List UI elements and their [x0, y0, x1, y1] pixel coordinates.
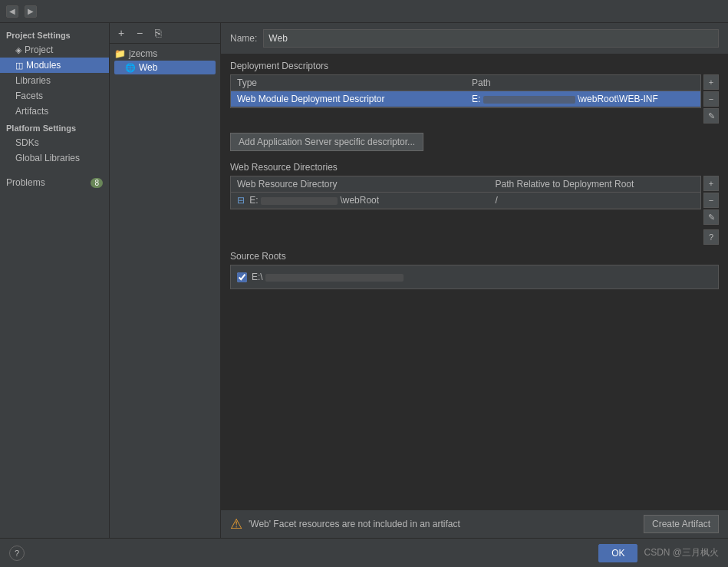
sidebar-item-facets[interactable]: Facets: [0, 88, 109, 104]
web-dir-icon: ⊟: [237, 195, 245, 206]
add-descriptor-wrapper: Add Application Server specific descript…: [230, 128, 719, 156]
col-path: Path: [466, 75, 700, 91]
edit-descriptor-button[interactable]: ✎: [703, 108, 719, 124]
title-bar: ◀ ▶: [0, 0, 728, 23]
ok-button[interactable]: OK: [598, 544, 637, 562]
root-node-label: jzecms: [129, 48, 157, 59]
panel-content: Deployment Descriptors Type Path: [221, 54, 728, 509]
sidebar-item-libraries[interactable]: Libraries: [0, 73, 109, 88]
deployment-table: Type Path Web Module Deployment Descript…: [231, 75, 700, 107]
remove-descriptor-button[interactable]: −: [703, 91, 719, 107]
add-module-button[interactable]: +: [113, 25, 130, 41]
web-resource-table-container: Web Resource Directory Path Relative to …: [230, 176, 701, 209]
deployment-path: E: \webRoot\WEB-INF: [466, 91, 700, 107]
warning-bar: ⚠ 'Web' Facet resources are not included…: [221, 509, 728, 538]
module-tree: 📁 jzecms 🌐 Web: [110, 44, 220, 77]
root-folder-icon: 📁: [114, 48, 126, 59]
col-type: Type: [231, 75, 466, 91]
web-resource-side-buttons: + − ✎ ?: [703, 176, 719, 245]
name-label: Name:: [230, 33, 257, 44]
deployment-descriptors-section: Deployment Descriptors Type Path: [230, 61, 719, 156]
source-roots-section: Source Roots E:\: [230, 251, 719, 289]
deployment-row[interactable]: Web Module Deployment Descriptor E: \web…: [231, 91, 700, 107]
sidebar-item-global-libraries[interactable]: Global Libraries: [0, 150, 109, 166]
sidebar-item-sdks[interactable]: SDKs: [0, 135, 109, 150]
edit-web-dir-button[interactable]: ✎: [703, 209, 719, 225]
problems-badge: 8: [91, 178, 103, 188]
source-path-blurred: [265, 274, 404, 282]
name-row: Name:: [221, 23, 728, 54]
source-root-checkbox[interactable]: [237, 272, 247, 282]
deployment-side-buttons: + − ✎: [703, 74, 719, 124]
tree-web-node[interactable]: 🌐 Web: [114, 61, 216, 74]
sidebar: Project Settings ◈ Project ◫ Modules Lib…: [0, 23, 110, 538]
add-descriptor-btn[interactable]: Add Application Server specific descript…: [230, 133, 423, 151]
web-resource-table: Web Resource Directory Path Relative to …: [231, 176, 700, 209]
web-resource-title: Web Resource Directories: [230, 162, 719, 173]
main-content: Project Settings ◈ Project ◫ Modules Lib…: [0, 23, 728, 538]
help-button[interactable]: ?: [9, 546, 25, 561]
sidebar-item-modules[interactable]: ◫ Modules: [0, 58, 109, 73]
source-root-row: E:\: [237, 269, 712, 285]
deployment-table-wrapper: Type Path Web Module Deployment Descript…: [230, 74, 719, 124]
back-button[interactable]: ◀: [6, 5, 18, 18]
col-rel-path: Path Relative to Deployment Root: [489, 176, 700, 193]
web-resource-table-wrapper: Web Resource Directory Path Relative to …: [230, 176, 719, 245]
sidebar-item-artifacts[interactable]: Artifacts: [0, 104, 109, 119]
remove-web-dir-button[interactable]: −: [703, 193, 719, 208]
web-resource-section: Web Resource Directories Web Resource Di…: [230, 162, 719, 245]
remove-module-button[interactable]: −: [131, 25, 148, 41]
right-panel: Name: Deployment Descriptors Type: [221, 23, 728, 538]
warning-icon: ⚠: [230, 516, 242, 532]
bottom-bar: ? OK CSDN @三月枫火: [0, 538, 728, 567]
add-descriptor-button[interactable]: +: [703, 74, 719, 90]
module-tree-panel: + − ⎘ 📁 jzecms 🌐 Web: [110, 23, 221, 538]
source-roots-container: E:\: [230, 265, 719, 289]
path-blurred: [483, 96, 575, 104]
project-icon: ◈: [15, 45, 21, 55]
tree-root-node[interactable]: 📁 jzecms: [114, 47, 216, 61]
tree-toolbar: + − ⎘: [110, 23, 220, 44]
modules-icon: ◫: [15, 61, 23, 71]
project-settings-header: Project Settings: [0, 26, 109, 42]
warning-text: 'Web' Facet resources are not included i…: [249, 519, 637, 529]
add-web-dir-button[interactable]: +: [703, 176, 719, 191]
create-artifact-button[interactable]: Create Artifact: [644, 515, 719, 533]
web-resource-row[interactable]: ⊟ E: \webRoot /: [231, 193, 700, 209]
web-node-icon: 🌐: [125, 63, 136, 73]
deployment-descriptors-title: Deployment Descriptors: [230, 61, 719, 71]
name-input[interactable]: [263, 29, 719, 48]
sidebar-item-project[interactable]: ◈ Project: [0, 42, 109, 58]
source-root-path: E:\: [252, 272, 404, 282]
bottom-right: OK CSDN @三月枫火: [598, 544, 719, 562]
col-web-dir: Web Resource Directory: [231, 176, 489, 193]
web-dir-value: ⊟ E: \webRoot: [231, 193, 489, 209]
deployment-table-container: Type Path Web Module Deployment Descript…: [230, 74, 701, 108]
nav-controls[interactable]: ◀ ▶: [6, 5, 37, 18]
rel-path-value: /: [489, 193, 700, 209]
dir-blurred: [261, 197, 338, 205]
source-roots-title: Source Roots: [230, 251, 719, 262]
forward-button[interactable]: ▶: [25, 5, 37, 18]
copy-module-button[interactable]: ⎘: [150, 25, 166, 41]
bottom-left: ?: [9, 546, 25, 561]
platform-settings-header: Platform Settings: [0, 119, 109, 135]
watermark: CSDN @三月枫火: [644, 546, 719, 559]
help-web-dir-button[interactable]: ?: [703, 229, 719, 245]
deployment-type: Web Module Deployment Descriptor: [231, 91, 466, 107]
web-node-label: Web: [139, 62, 157, 73]
sidebar-item-problems[interactable]: Problems 8: [0, 175, 109, 190]
